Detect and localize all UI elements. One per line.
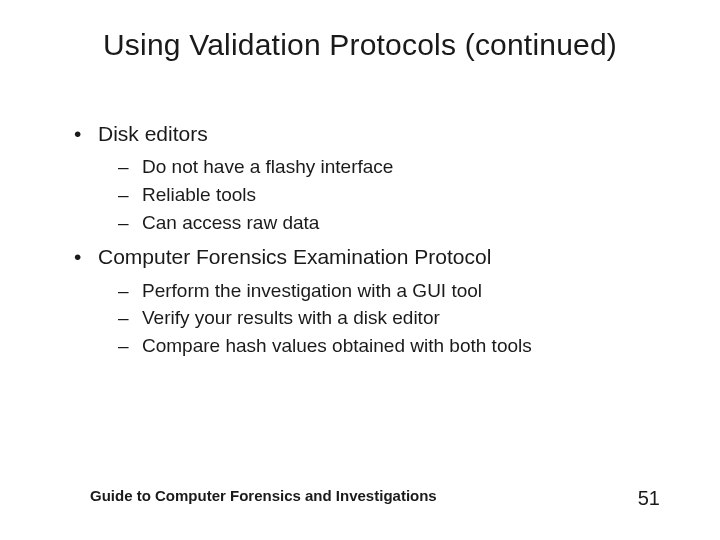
sub-bullet-item: – Verify your results with a disk editor <box>118 305 670 331</box>
bullet-section: • Computer Forensics Examination Protoco… <box>50 243 670 358</box>
bullet-text: Reliable tools <box>142 182 256 208</box>
sub-bullet-item: – Compare hash values obtained with both… <box>118 333 670 359</box>
bullet-section: • Disk editors – Do not have a flashy in… <box>50 120 670 235</box>
bullet-marker: – <box>118 278 142 304</box>
bullet-text: Compare hash values obtained with both t… <box>142 333 532 359</box>
bullet-marker: – <box>118 154 142 180</box>
bullet-marker: – <box>118 182 142 208</box>
slide-content: • Disk editors – Do not have a flashy in… <box>50 120 670 359</box>
sub-bullet-item: – Do not have a flashy interface <box>118 154 670 180</box>
sub-bullet-item: – Reliable tools <box>118 182 670 208</box>
slide-footer: Guide to Computer Forensics and Investig… <box>0 487 720 510</box>
slide-title: Using Validation Protocols (continued) <box>50 28 670 62</box>
bullet-item: • Disk editors <box>74 120 670 148</box>
bullet-text: Disk editors <box>98 120 208 148</box>
footer-text: Guide to Computer Forensics and Investig… <box>90 487 437 510</box>
bullet-marker: – <box>118 333 142 359</box>
slide: Using Validation Protocols (continued) •… <box>0 0 720 540</box>
bullet-text: Can access raw data <box>142 210 319 236</box>
bullet-marker: – <box>118 210 142 236</box>
bullet-marker: – <box>118 305 142 331</box>
bullet-item: • Computer Forensics Examination Protoco… <box>74 243 670 271</box>
bullet-text: Verify your results with a disk editor <box>142 305 440 331</box>
bullet-marker: • <box>74 120 98 148</box>
sub-bullet-item: – Can access raw data <box>118 210 670 236</box>
bullet-marker: • <box>74 243 98 271</box>
bullet-text: Do not have a flashy interface <box>142 154 393 180</box>
bullet-text: Computer Forensics Examination Protocol <box>98 243 491 271</box>
sub-bullet-item: – Perform the investigation with a GUI t… <box>118 278 670 304</box>
page-number: 51 <box>638 487 660 510</box>
bullet-text: Perform the investigation with a GUI too… <box>142 278 482 304</box>
